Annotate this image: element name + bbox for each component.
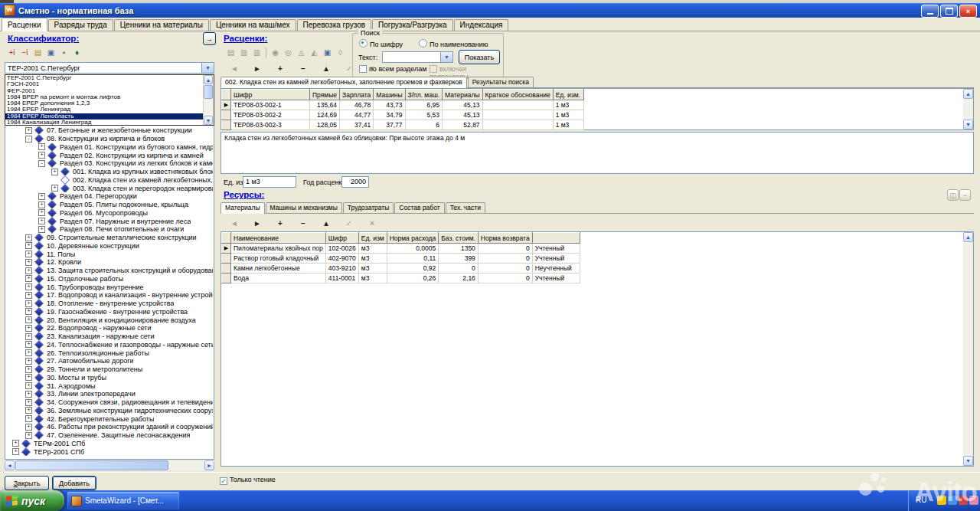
tree-item[interactable]: +47. Озеленение. Защитные лесонасаждения — [6, 431, 213, 440]
nav-insert-icon[interactable]: + — [274, 64, 286, 73]
tree-item[interactable]: +17. Водопровод и канализация - внутренн… — [6, 291, 213, 300]
table-row[interactable]: Вода411-0001м30,262,160Учтенный — [222, 274, 580, 283]
expand-expand-icon[interactable]: + — [25, 407, 32, 414]
tree-item[interactable]: +001. Кладка из крупных известняковых бл… — [6, 168, 213, 176]
add-item-icon[interactable]: +i — [6, 47, 18, 58]
readonly-checkbox[interactable]: ✓Только чтение — [220, 476, 276, 485]
row-selector[interactable] — [222, 120, 231, 130]
tree-item[interactable]: +Раздел 01. Конструкции из бутового камн… — [6, 143, 213, 152]
view-icon[interactable]: ▪ — [58, 47, 70, 58]
radio-on-icon[interactable] — [359, 39, 368, 47]
rates-grid-vscrollbar[interactable]: ▲ ▼ — [963, 89, 973, 129]
tree-hscrollbar[interactable]: ◄ ► — [5, 460, 214, 470]
tree-item[interactable]: +19. Газоснабжение - внутренние устройст… — [6, 308, 213, 316]
tree-item[interactable]: +30. Мосты и трубы — [6, 374, 213, 382]
prev-record-icon[interactable]: ◉ — [270, 47, 281, 58]
expand-expand-icon[interactable]: + — [25, 415, 32, 422]
classifier-heading[interactable]: Классификатор: — [8, 34, 79, 43]
table-row[interactable]: Камни легкобетонные403-9210м30,9200Неучт… — [222, 264, 580, 274]
dropdown-item[interactable]: 1984 ЕРЕР дополнения 1,2,3 — [5, 100, 214, 106]
nav-last-icon[interactable]: ► — [251, 64, 263, 73]
column-header[interactable]: Краткое обоснование — [482, 90, 553, 100]
chevron-down-icon[interactable]: ▼ — [440, 52, 452, 62]
resource-tab-1[interactable]: Материалы — [220, 202, 265, 214]
nav-insert-icon[interactable]: + — [274, 218, 286, 228]
show-button[interactable]: Показать — [459, 50, 500, 64]
minimize-button[interactable] — [921, 5, 939, 18]
update-icon[interactable] — [969, 496, 978, 505]
resource-tab-5[interactable]: Тех. части — [446, 202, 485, 213]
tree-options-icon[interactable]: ♦ — [71, 47, 83, 58]
main-tab-6[interactable]: Погрузка/Разгрузка — [372, 19, 453, 31]
tree-item[interactable]: +003. Кладка стен и перегородок неармиро… — [6, 184, 213, 192]
column-header[interactable]: Баз. стоим. — [439, 233, 479, 244]
taskbar-app-button[interactable]: SmetaWizard - [Смет... — [67, 492, 179, 509]
expand-expand-icon[interactable]: + — [25, 374, 32, 381]
table-row[interactable]: Раствор готовый кладочный402-9070м30,113… — [222, 254, 580, 264]
all-sections-checkbox[interactable]: по всем разделам — [359, 65, 427, 73]
row-selector[interactable] — [222, 264, 231, 274]
expand-expand-icon[interactable]: + — [25, 382, 32, 389]
expand-expand-icon[interactable]: + — [25, 358, 32, 365]
row-selector[interactable] — [222, 254, 231, 264]
radio-off-icon[interactable] — [419, 39, 427, 47]
expand-expand-icon[interactable]: + — [25, 316, 32, 323]
expand-expand-icon[interactable]: + — [38, 152, 45, 159]
main-tab-1[interactable]: Расценки — [2, 18, 47, 31]
expand-expand-icon[interactable]: + — [25, 259, 32, 266]
tree-item[interactable]: +31. Аэродромы — [6, 382, 213, 390]
resource-tab-3[interactable]: Трудозатраты — [343, 202, 394, 213]
expand-expand-icon[interactable]: + — [38, 209, 45, 216]
radio-by-name[interactable]: По наименованию — [419, 39, 488, 48]
row-selector[interactable] — [222, 110, 231, 120]
rate-tab-2[interactable]: Результаты поиска — [468, 77, 534, 87]
expand-expand-icon[interactable]: + — [25, 399, 32, 406]
search-text-value[interactable] — [383, 57, 440, 58]
resources-heading[interactable]: Ресурсы: — [224, 190, 264, 199]
tree-item[interactable]: +11. Полы — [6, 250, 213, 258]
expand-expand-icon[interactable]: + — [38, 226, 45, 233]
dropdown-vscrollbar[interactable]: ▲ ▼ — [203, 75, 214, 125]
classifier-combobox[interactable]: ТЕР-2001 С.Петербург ▼ — [5, 62, 214, 74]
table-row[interactable]: ▶ТЕР08-03-002-1135,6446,7843,736,9545,13… — [222, 100, 584, 110]
expand-expand-icon[interactable]: + — [25, 341, 32, 348]
tree-item[interactable]: +23. Канализация - наружные сети — [6, 332, 213, 341]
tree-item[interactable]: +15. Отделочные работы — [6, 275, 213, 283]
split-view-icon[interactable]: ◫ — [947, 189, 959, 201]
tree-item[interactable]: +07. Бетонные и железобетонные конструкц… — [6, 126, 213, 135]
column-header[interactable]: Норма возврата — [478, 233, 532, 244]
column-header[interactable]: Прямые — [310, 90, 340, 100]
nav-delete-icon[interactable]: − — [297, 64, 309, 73]
tree-item[interactable]: +36. Земляные конструкции гидротехническ… — [6, 407, 213, 415]
chevron-down-icon[interactable]: ▼ — [201, 63, 214, 73]
tree-item[interactable]: 002. Кладка стен из камней легкобетонных… — [6, 176, 213, 185]
dropdown-item[interactable]: 1984 ЕРЕР Ленинград — [5, 106, 214, 113]
resource-tab-2[interactable]: Машины и механизмы — [266, 202, 342, 213]
scroll-down-icon[interactable]: ▼ — [963, 120, 973, 129]
security-shield-icon[interactable] — [937, 496, 946, 505]
dropdown-item[interactable]: 1984 Канализация Ленинград — [5, 120, 214, 126]
expand-collapse-icon[interactable]: - — [25, 136, 32, 142]
scroll-up-icon[interactable]: ▲ — [204, 75, 213, 84]
collapse-panel-button[interactable]: → — [203, 32, 216, 45]
tree-hscroll-thumb[interactable] — [15, 460, 168, 470]
row-selector[interactable]: ▶ — [222, 100, 231, 110]
tree-item[interactable]: +22. Водопровод - наружные сети — [6, 324, 213, 332]
scroll-right-icon[interactable]: ► — [204, 460, 214, 470]
collapse-section-icon[interactable]: − — [959, 189, 971, 201]
nav-up-icon[interactable]: ▲ — [320, 64, 332, 73]
tree-item[interactable]: +ТЕРм-2001 СПб — [6, 440, 213, 448]
column-header[interactable]: Шифр — [231, 90, 310, 100]
table-row[interactable]: ТЕР08-03-002-3128,0537,4137,77652,871 м3 — [222, 120, 584, 130]
tree-item[interactable]: +18. Отопление - внутренние устройства — [6, 300, 213, 308]
expand-expand-icon[interactable]: + — [25, 292, 32, 299]
tree-item[interactable]: +34. Сооружения связи, радиовещания и те… — [6, 398, 213, 407]
main-tab-3[interactable]: Ценники на материалы — [114, 19, 209, 31]
expand-expand-icon[interactable]: + — [25, 325, 32, 332]
dropdown-item[interactable]: ГЭСН-2001 — [5, 81, 214, 87]
tree-item[interactable]: +Раздел 04. Перегородки — [6, 192, 213, 201]
dropdown-item[interactable]: 1984 ВРЕР на ремонт и монтаж лифтов — [5, 94, 214, 100]
tree-item[interactable]: +09. Строительные металлические конструк… — [6, 234, 213, 242]
column-header[interactable]: Машины — [374, 90, 405, 100]
column-header[interactable]: Ед. изм — [358, 233, 387, 244]
